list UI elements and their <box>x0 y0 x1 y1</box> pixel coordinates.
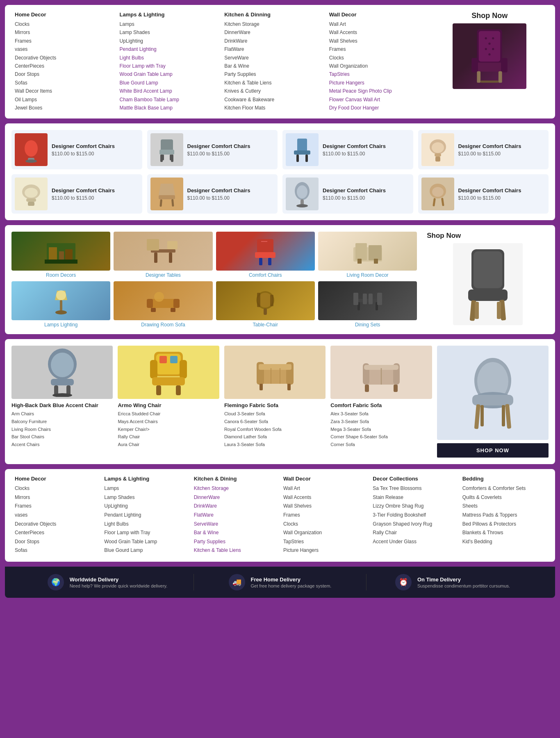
category-label-dining-sets[interactable]: Dining Sets <box>355 322 380 328</box>
footer-link[interactable]: Stain Release <box>373 493 455 502</box>
footer-link[interactable]: Mirrors <box>15 493 98 502</box>
product-link[interactable]: Cloud 3-Seater Sofa <box>224 410 326 418</box>
nav-link[interactable]: Wood Grain Table Lamp <box>120 70 218 78</box>
category-item-lamps[interactable]: Lamps Lighting <box>11 281 110 328</box>
product-link[interactable]: Balcony Furniture <box>11 418 113 426</box>
nav-link[interactable]: Wall Art <box>329 20 428 28</box>
nav-link[interactable]: DinnerWare <box>224 28 323 36</box>
category-item-dining-sets[interactable]: Dining Sets <box>318 281 417 328</box>
nav-link[interactable]: Frames <box>15 37 113 45</box>
product-link[interactable]: Kemper Chair/> <box>118 426 219 433</box>
footer-link[interactable]: UpLighting <box>104 502 187 511</box>
product-link[interactable]: Laura 3-Seater Sofa <box>224 441 326 449</box>
category-label-designer-tables[interactable]: Designer Tables <box>146 272 181 278</box>
footer-link[interactable]: Picture Hangers <box>283 546 366 555</box>
footer-link[interactable]: Accent Under Glass <box>373 538 455 547</box>
nav-link[interactable]: Clocks <box>329 54 428 62</box>
product-link[interactable]: Mays Accent Chairs <box>118 418 219 426</box>
footer-link[interactable]: Kitchen & Table Liens <box>194 546 277 555</box>
nav-link[interactable]: Floor Lamp with Tray <box>120 62 218 70</box>
chair-card-6[interactable]: Designer Comfort Chairs $110.00 to $115.… <box>147 174 278 214</box>
nav-link[interactable]: CenterPieces <box>15 62 113 70</box>
nav-link[interactable]: Bar & Wine <box>224 62 323 70</box>
footer-link[interactable]: CenterPieces <box>15 528 98 538</box>
footer-link[interactable]: Decorative Objects <box>15 520 98 529</box>
nav-link[interactable]: Cham Bamboo Table Lamp <box>120 96 218 104</box>
nav-link[interactable]: Jewel Boxes <box>15 104 113 112</box>
footer-link[interactable]: Clocks <box>15 484 98 493</box>
product-link[interactable]: Living Room Chairs <box>11 426 113 433</box>
nav-link[interactable]: DrinkWare <box>224 37 323 45</box>
nav-link[interactable]: Flower Canvas Wall Art <box>329 96 428 104</box>
footer-link[interactable]: Bar & Wine <box>194 528 277 538</box>
product-link[interactable]: Mega 3-Seater Sofa <box>330 426 432 433</box>
nav-link[interactable]: ServeWare <box>224 54 323 62</box>
footer-link[interactable]: Pendant Lighting <box>104 511 187 520</box>
category-label-drawing-room[interactable]: Drawing Room Sofa <box>141 322 185 328</box>
product-link[interactable]: Bar Stool Chairs <box>11 433 113 441</box>
nav-link[interactable]: Lamp Shades <box>120 28 218 36</box>
footer-link[interactable]: 3-Tier Folding Bookshelf <box>373 511 455 520</box>
footer-link[interactable]: Party Supplies <box>194 538 277 547</box>
nav-link[interactable]: Wall Accents <box>329 28 428 36</box>
footer-link[interactable]: Lamp Shades <box>104 493 187 502</box>
category-item-drawing-room[interactable]: Drawing Room Sofa <box>114 281 212 328</box>
nav-link[interactable]: Dry Food Door Hanger <box>329 104 428 112</box>
footer-link[interactable]: Grayson Shaped Ivory Rug <box>373 520 455 529</box>
nav-link[interactable]: FlatWare <box>224 45 323 53</box>
chair-card-7[interactable]: Designer Comfort Chairs $110.00 to $115.… <box>282 174 413 214</box>
product-link[interactable]: Accent Chairs <box>11 441 113 449</box>
product-link[interactable]: Rally Chair <box>118 433 219 441</box>
footer-link[interactable]: Comforters & Comforter Sets <box>462 484 545 493</box>
product-link[interactable]: Diamond Lather Sofa <box>224 433 326 441</box>
category-item-table-chair[interactable]: Table-Chair <box>216 281 315 328</box>
nav-link[interactable]: UpLighting <box>120 37 218 45</box>
footer-link[interactable]: Wall Art <box>283 484 366 493</box>
footer-link[interactable]: DinnerWare <box>194 493 277 502</box>
chair-card-3[interactable]: Designer Comfort Chairs $110.00 to $115.… <box>282 130 413 169</box>
nav-link[interactable]: Mirrors <box>15 28 113 36</box>
footer-link[interactable]: Quilts & Coverlets <box>462 493 545 502</box>
category-item-comfort-chairs[interactable]: Comfort Chairs <box>216 232 315 278</box>
nav-link[interactable]: Knives & Cutlery <box>224 87 323 95</box>
nav-link[interactable]: Pendant Lighting <box>120 45 218 53</box>
footer-link[interactable]: Sofas <box>15 546 98 555</box>
chair-card-2[interactable]: Designer Comfort Chairs $110.00 to $115.… <box>147 130 278 169</box>
footer-link[interactable]: Blue Gourd Lamp <box>104 546 187 555</box>
product-link[interactable]: Aura Chair <box>118 441 219 449</box>
footer-link[interactable]: Wall Accents <box>283 493 366 502</box>
footer-link[interactable]: Clocks <box>283 520 366 529</box>
nav-link[interactable]: vases <box>15 45 113 53</box>
product-link[interactable]: Canora 6-Seater Sofa <box>224 418 326 426</box>
footer-link[interactable]: Wood Grain Table Lamp <box>104 538 187 547</box>
footer-link[interactable]: Wall Organization <box>283 528 366 538</box>
footer-link[interactable]: DrinkWare <box>194 502 277 511</box>
product-link[interactable]: Alex 3-Seater Sofa <box>330 410 432 418</box>
category-label-comfort-chairs[interactable]: Comfort Chairs <box>249 272 282 278</box>
nav-link[interactable]: Party Supplies <box>224 70 323 78</box>
nav-link[interactable]: Kitchen & Table Liens <box>224 79 323 87</box>
footer-link[interactable]: FlatWare <box>194 511 277 520</box>
nav-link[interactable]: Wall Shelves <box>329 37 428 45</box>
category-label-table-chair[interactable]: Table-Chair <box>253 322 278 328</box>
nav-link[interactable]: Picture Hangers <box>329 79 428 87</box>
nav-link[interactable]: Lamps <box>120 20 218 28</box>
nav-link[interactable]: Blue Gourd Lamp <box>120 79 218 87</box>
nav-link[interactable]: Frames <box>329 45 428 53</box>
footer-link[interactable]: Kitchen Storage <box>194 484 277 493</box>
nav-link[interactable]: Door Stops <box>15 70 113 78</box>
chair-card-4[interactable]: Designer Comfort Chairs $110.00 to $115.… <box>418 130 549 169</box>
nav-link[interactable]: Sofas <box>15 79 113 87</box>
nav-link[interactable]: Mattle Black Base Lamp <box>120 104 218 112</box>
category-label-room-decors[interactable]: Room Decors <box>46 272 76 278</box>
footer-link[interactable]: Rally Chair <box>373 528 455 538</box>
chair-card-1[interactable]: Designer Comfort Chairs $110.00 to $115.… <box>11 130 142 169</box>
footer-link[interactable]: ServeWare <box>194 520 277 529</box>
shop-now-button[interactable]: SHOP NOW <box>437 443 549 458</box>
nav-link[interactable]: Oil Lamps <box>15 96 113 104</box>
product-link[interactable]: Corner Shape 6-Seater Sofa <box>330 433 432 441</box>
chair-card-8[interactable]: Designer Comfort Chairs $110.00 to $115.… <box>418 174 549 214</box>
footer-link[interactable]: Kid's Bedding <box>462 538 545 547</box>
footer-link[interactable]: Wall Shelves <box>283 502 366 511</box>
nav-link[interactable]: Kitchen Storage <box>224 20 323 28</box>
